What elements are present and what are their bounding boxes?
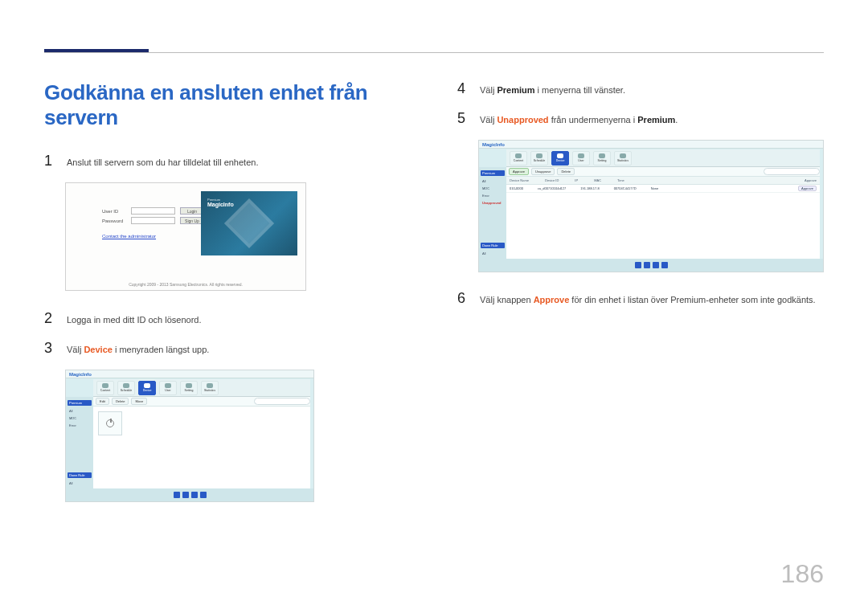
step-number: 4 <box>457 80 469 97</box>
row-approve-button[interactable]: Approve <box>798 186 817 191</box>
left-sidebar: Premium All MDC Error Unapproved Down Ru… <box>479 167 506 259</box>
screenshot-unapproved-list: MagicInfo Content Schedule Device User S… <box>478 140 824 272</box>
pager-prev-icon[interactable] <box>644 262 650 268</box>
nav-content[interactable]: Content <box>96 381 114 395</box>
nav-content[interactable]: Content <box>510 151 527 166</box>
top-nav: Content Schedule Device User Setting Sta… <box>93 379 310 397</box>
pager-next-icon[interactable] <box>653 262 659 268</box>
nav-statistics[interactable]: Statistics <box>201 381 219 395</box>
delete-button[interactable]: Delete <box>557 168 575 175</box>
step-number: 1 <box>44 153 55 170</box>
tool-delete[interactable]: Delete <box>112 398 129 405</box>
sidebar-item[interactable]: All <box>481 179 505 183</box>
step-number: 6 <box>457 290 469 307</box>
table-row[interactable]: 010-0000 ca_d00710104d127 191.188.17.8 0… <box>506 185 820 193</box>
sidebar-unapproved[interactable]: Unapproved <box>481 201 505 205</box>
screenshot-login: User ID Login Password Sign Up Contact t… <box>65 182 306 291</box>
nav-user[interactable]: User <box>159 381 177 395</box>
app-logo: MagicInfo <box>482 142 505 147</box>
pager-first-icon[interactable] <box>174 492 180 498</box>
login-user-label: User ID <box>102 209 126 214</box>
step-1: 1 Anslut till servern som du har tilldel… <box>44 153 409 170</box>
step-text: Välj Device i menyraden längst upp. <box>67 343 209 357</box>
table-header: Device Name Device ID IP MAC Time Approv… <box>506 177 820 185</box>
nav-setting[interactable]: Setting <box>180 381 198 395</box>
step-number: 3 <box>44 340 55 357</box>
nav-device[interactable]: Device <box>551 151 569 166</box>
unapprove-button[interactable]: Unapprove <box>531 168 555 175</box>
search-input[interactable] <box>254 398 310 405</box>
step-4: 4 Välj Premium i menyerna till vänster. <box>457 80 824 97</box>
step-number: 5 <box>457 110 469 127</box>
step-5: 5 Välj Unapproved från undermenyerna i P… <box>457 110 824 127</box>
main-panel: Device Name Device ID IP MAC Time Approv… <box>506 177 820 259</box>
left-sidebar: Premium All MDC Error Down Rule All <box>66 397 93 488</box>
pager-prev-icon[interactable] <box>182 492 189 498</box>
step-6: 6 Välj knappen Approve för din enhet i l… <box>457 290 824 307</box>
sidebar-downrule[interactable]: Down Rule <box>481 243 505 248</box>
sidebar-item[interactable]: Error <box>481 194 505 198</box>
login-copyright: Copyright 2009 - 2013 Samsung Electronic… <box>66 282 305 287</box>
nav-user[interactable]: User <box>572 151 590 166</box>
step-text: Logga in med ditt ID och lösenord. <box>67 313 202 327</box>
sidebar-item[interactable]: MDC <box>68 416 92 420</box>
step-text: Välj Premium i menyerna till vänster. <box>480 84 625 97</box>
sidebar-item[interactable]: MDC <box>481 186 505 190</box>
tool-move[interactable]: Move <box>131 398 147 405</box>
power-icon <box>106 419 114 427</box>
footer-controls <box>479 259 823 272</box>
sidebar-premium[interactable]: Premium <box>68 400 92 406</box>
pager-next-icon[interactable] <box>191 492 198 498</box>
login-banner: Premium MagicInfo <box>201 191 297 255</box>
step-3: 3 Välj Device i menyraden längst upp. <box>44 340 409 357</box>
sidebar-item[interactable]: All <box>481 251 505 255</box>
sidebar-downrule[interactable]: Down Rule <box>68 472 92 478</box>
header-rule <box>44 52 824 53</box>
sidebar-item[interactable]: All <box>68 409 92 413</box>
login-user-input[interactable] <box>131 207 175 215</box>
nav-setting[interactable]: Setting <box>593 151 611 166</box>
screenshot-device-menu: MagicInfo Content Schedule Device User S… <box>65 370 314 502</box>
search-input[interactable] <box>764 168 820 175</box>
brand-small: Premium <box>207 198 234 202</box>
footer-controls <box>66 488 313 501</box>
page-title: Godkänna en ansluten enhet från servern <box>44 80 409 130</box>
nav-statistics[interactable]: Statistics <box>614 151 632 166</box>
app-logo: MagicInfo <box>69 372 92 377</box>
main-panel <box>93 407 310 488</box>
nav-schedule[interactable]: Schedule <box>530 151 548 166</box>
nav-schedule[interactable]: Schedule <box>117 381 135 395</box>
sidebar-premium[interactable]: Premium <box>481 170 505 176</box>
step-text: Anslut till servern som du har tilldelat… <box>67 156 258 170</box>
approve-button[interactable]: Approve <box>509 168 529 175</box>
brand-name: MagicInfo <box>207 202 234 207</box>
login-pass-input[interactable] <box>131 217 175 224</box>
sidebar-item[interactable]: Error <box>68 423 92 427</box>
step-text: Välj Unapproved från undermenyerna i Pre… <box>480 113 678 127</box>
pager-first-icon[interactable] <box>635 262 641 268</box>
step-number: 2 <box>44 310 55 327</box>
nav-device[interactable]: Device <box>138 381 156 395</box>
sidebar-item[interactable]: All <box>68 481 92 485</box>
pager-last-icon[interactable] <box>661 262 668 268</box>
step-2: 2 Logga in med ditt ID och lösenord. <box>44 310 409 327</box>
pager-last-icon[interactable] <box>200 492 207 498</box>
approve-col: Approve <box>805 178 817 182</box>
login-pass-label: Password <box>102 219 126 223</box>
top-nav: Content Schedule Device User Setting Sta… <box>506 149 820 167</box>
page-number: 186 <box>781 559 824 589</box>
contact-admin-link[interactable]: Contact the administrator <box>102 234 204 239</box>
step-text: Välj knappen Approve för din enhet i lis… <box>480 293 816 307</box>
device-card[interactable] <box>98 411 122 435</box>
tool-edit[interactable]: Edit <box>96 398 109 405</box>
